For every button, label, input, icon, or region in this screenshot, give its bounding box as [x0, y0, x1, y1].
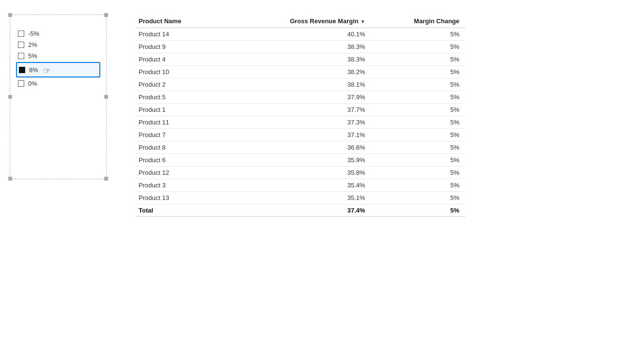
cell-margin-change: 5%	[371, 167, 465, 179]
cell-gross-revenue-margin: 38.1%	[225, 78, 371, 91]
resize-handle-br[interactable]	[104, 177, 108, 181]
total-label: Total	[136, 204, 225, 217]
cell-product-name: Product 4	[136, 53, 225, 66]
filter-item-label-4: 0%	[28, 80, 37, 87]
table-row: Product 1137.3%5%	[136, 116, 465, 129]
cell-product-name: Product 3	[136, 179, 225, 192]
col-header-margin_change: Margin Change	[371, 15, 465, 28]
cell-margin-change: 5%	[371, 28, 465, 41]
cell-gross-revenue-margin: 38.3%	[225, 53, 371, 66]
cell-gross-revenue-margin: 40.1%	[225, 28, 371, 41]
cell-product-name: Product 5	[136, 91, 225, 104]
cell-margin-change: 5%	[371, 41, 465, 53]
table-row: Product 836.6%5%	[136, 141, 465, 154]
cell-margin-change: 5%	[371, 129, 465, 141]
table-row: Product 1440.1%5%	[136, 28, 465, 41]
table-row: Product 238.1%5%	[136, 78, 465, 91]
cell-margin-change: 5%	[371, 116, 465, 129]
cell-gross-revenue-margin: 37.3%	[225, 116, 371, 129]
data-table-container: Product NameGross Revenue Margin▼Margin …	[136, 10, 634, 217]
cell-product-name: Product 10	[136, 66, 225, 78]
sort-icon-gross_revenue_margin[interactable]: ▼	[361, 19, 365, 24]
resize-handle-ml[interactable]	[8, 95, 12, 99]
filter-item-1[interactable]: 2%	[16, 40, 100, 50]
checkbox-1[interactable]	[18, 42, 24, 48]
filter-panel: -5%2%5%8%☞0%	[10, 15, 107, 179]
cell-gross-revenue-margin: 37.7%	[225, 104, 371, 116]
cell-gross-revenue-margin: 35.4%	[225, 179, 371, 192]
filter-item-label-1: 2%	[28, 41, 37, 48]
data-table: Product NameGross Revenue Margin▼Margin …	[136, 15, 465, 217]
total-gross-revenue-margin: 37.4%	[225, 204, 371, 217]
table-row: Product 1235.8%5%	[136, 167, 465, 179]
table-row: Product 335.4%5%	[136, 179, 465, 192]
resize-handle-tr[interactable]	[104, 13, 108, 17]
cell-gross-revenue-margin: 36.6%	[225, 141, 371, 154]
table-row: Product 938.3%5%	[136, 41, 465, 53]
col-header-gross_revenue_margin[interactable]: Gross Revenue Margin▼	[225, 15, 371, 28]
filter-item-2[interactable]: 5%	[16, 51, 100, 61]
resize-handle-mr[interactable]	[104, 95, 108, 99]
resize-handle-bl[interactable]	[8, 177, 12, 181]
cell-gross-revenue-margin: 38.3%	[225, 41, 371, 53]
table-row: Product 137.7%5%	[136, 104, 465, 116]
checkbox-0[interactable]	[18, 31, 24, 37]
cell-product-name: Product 14	[136, 28, 225, 41]
cell-product-name: Product 7	[136, 129, 225, 141]
total-margin-change: 5%	[371, 204, 465, 217]
cursor-hand-icon: ☞	[43, 65, 51, 76]
cell-gross-revenue-margin: 37.1%	[225, 129, 371, 141]
table-row: Product 1038.2%5%	[136, 66, 465, 78]
table-row: Product 438.3%5%	[136, 53, 465, 66]
filter-item-0[interactable]: -5%	[16, 29, 100, 39]
cell-margin-change: 5%	[371, 141, 465, 154]
cell-product-name: Product 12	[136, 167, 225, 179]
cell-product-name: Product 11	[136, 116, 225, 129]
cell-margin-change: 5%	[371, 179, 465, 192]
col-header-product_name: Product Name	[136, 15, 225, 28]
filter-item-label-2: 5%	[28, 52, 37, 60]
cell-product-name: Product 13	[136, 192, 225, 204]
table-row: Product 1335.1%5%	[136, 192, 465, 204]
cell-margin-change: 5%	[371, 154, 465, 167]
cell-product-name: Product 9	[136, 41, 225, 53]
resize-handle-tl[interactable]	[8, 13, 12, 17]
cell-margin-change: 5%	[371, 91, 465, 104]
cell-product-name: Product 1	[136, 104, 225, 116]
cell-margin-change: 5%	[371, 104, 465, 116]
table-row: Product 737.1%5%	[136, 129, 465, 141]
table-header: Product NameGross Revenue Margin▼Margin …	[136, 15, 465, 28]
filter-item-3[interactable]: 8%☞	[16, 62, 100, 77]
cell-gross-revenue-margin: 37.9%	[225, 91, 371, 104]
table-row: Product 537.9%5%	[136, 91, 465, 104]
cell-gross-revenue-margin: 35.9%	[225, 154, 371, 167]
cell-margin-change: 5%	[371, 66, 465, 78]
filter-item-4[interactable]: 0%	[16, 78, 100, 89]
cell-product-name: Product 2	[136, 78, 225, 91]
total-row: Total37.4%5%	[136, 204, 465, 217]
checkbox-3[interactable]	[19, 67, 25, 73]
cell-gross-revenue-margin: 35.8%	[225, 167, 371, 179]
cell-margin-change: 5%	[371, 53, 465, 66]
checkbox-2[interactable]	[18, 53, 24, 59]
filter-items-container: -5%2%5%8%☞0%	[16, 29, 100, 89]
filter-item-label-3: 8%	[29, 66, 38, 74]
cell-gross-revenue-margin: 38.2%	[225, 66, 371, 78]
checkbox-4[interactable]	[18, 80, 24, 87]
cell-product-name: Product 8	[136, 141, 225, 154]
cell-margin-change: 5%	[371, 78, 465, 91]
filter-item-label-0: -5%	[28, 30, 39, 37]
table-body: Product 1440.1%5%Product 938.3%5%Product…	[136, 28, 465, 217]
cell-product-name: Product 6	[136, 154, 225, 167]
cell-gross-revenue-margin: 35.1%	[225, 192, 371, 204]
cell-margin-change: 5%	[371, 192, 465, 204]
table-row: Product 635.9%5%	[136, 154, 465, 167]
